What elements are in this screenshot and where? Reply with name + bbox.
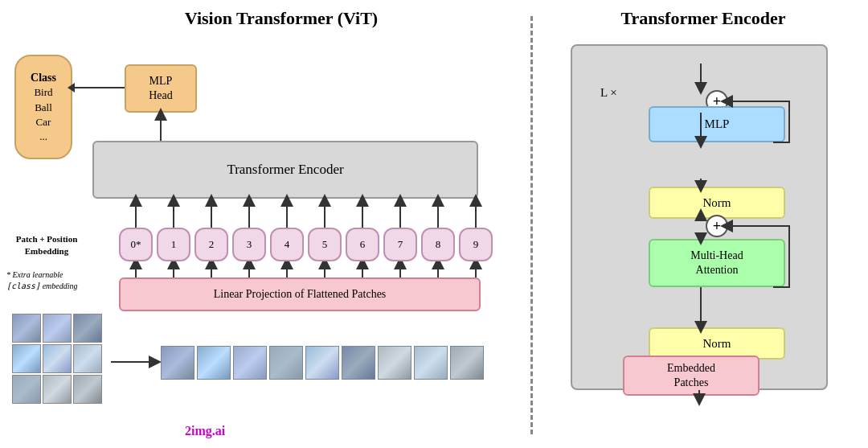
transformer-encoder-box: Transformer Encoder bbox=[92, 141, 478, 199]
class-item-bird: Bird bbox=[34, 85, 52, 100]
te-norm2-box: Norm bbox=[649, 327, 785, 360]
divider bbox=[530, 16, 533, 434]
mlp-head-label: MLPHead bbox=[149, 74, 173, 103]
flat-patch-9 bbox=[450, 346, 484, 380]
flat-patch-4 bbox=[269, 346, 303, 380]
embed-patch-4: 4 bbox=[270, 228, 304, 261]
flat-patch-3 bbox=[233, 346, 267, 380]
mlp-head-box: MLPHead bbox=[125, 64, 197, 113]
class-item-car: Car bbox=[36, 115, 51, 129]
te-norm1-label: Norm bbox=[703, 196, 731, 210]
extra-learnable-note: * Extra learnable[class] embedding bbox=[6, 269, 78, 292]
embed-patch-0: 0* bbox=[119, 228, 153, 261]
flat-patch-7 bbox=[378, 346, 411, 380]
embed-patch-7: 7 bbox=[383, 228, 417, 261]
source-patch-9 bbox=[73, 375, 102, 404]
embed-patch-6: 6 bbox=[346, 228, 379, 261]
embed-patch-1: 1 bbox=[157, 228, 190, 261]
class-label: Class bbox=[31, 70, 56, 86]
flat-patch-2 bbox=[197, 346, 231, 380]
plus-symbol-mid: + bbox=[713, 218, 721, 235]
class-box: Class Bird Ball Car ... bbox=[14, 55, 72, 159]
te-title: Transformer Encoder bbox=[547, 8, 860, 29]
lx-label: L × bbox=[600, 86, 617, 100]
embedded-patches-box: EmbeddedPatches bbox=[623, 356, 760, 396]
flat-patch-5 bbox=[305, 346, 339, 380]
source-patch-2 bbox=[43, 314, 72, 343]
image-patches-grid bbox=[12, 314, 108, 406]
embed-patch-8: 8 bbox=[421, 228, 455, 261]
transformer-encoder-label: Transformer Encoder bbox=[227, 162, 343, 178]
source-patch-7 bbox=[12, 375, 41, 404]
embeddings-row: 0* 1 2 3 4 5 6 7 8 9 bbox=[119, 228, 493, 261]
te-outer-box: L × + MLP Norm + Multi-HeadAttention bbox=[571, 44, 828, 390]
te-section: Transformer Encoder L × + MLP Norm + bbox=[547, 8, 860, 442]
flat-patches-row bbox=[161, 346, 484, 380]
source-patch-3 bbox=[73, 314, 102, 343]
te-norm1-box: Norm bbox=[649, 187, 785, 219]
vit-title: Vision Transformer (ViT) bbox=[72, 8, 490, 29]
plus-circle-mid: + bbox=[706, 215, 728, 237]
embed-patch-2: 2 bbox=[194, 228, 228, 261]
linear-proj-box: Linear Projection of Flattened Patches bbox=[119, 277, 481, 311]
class-item-dots: ... bbox=[39, 129, 47, 144]
patch-position-label: Patch + PositionEmbedding bbox=[6, 233, 87, 258]
te-mha-label: Multi-HeadAttention bbox=[690, 249, 743, 277]
embed-patch-9: 9 bbox=[459, 228, 493, 261]
te-mlp-label: MLP bbox=[705, 117, 730, 131]
embed-patch-3: 3 bbox=[232, 228, 266, 261]
arrow-mlp-to-class bbox=[74, 87, 125, 88]
te-norm2-label: Norm bbox=[703, 337, 731, 351]
flat-patch-6 bbox=[342, 346, 375, 380]
class-item-ball: Ball bbox=[35, 101, 52, 115]
source-patch-5 bbox=[43, 344, 72, 373]
te-mlp-box: MLP bbox=[649, 106, 785, 142]
linear-proj-label: Linear Projection of Flattened Patches bbox=[214, 288, 387, 301]
vit-section: Vision Transformer (ViT) Class Bird Ball… bbox=[0, 0, 498, 448]
source-patch-8 bbox=[43, 375, 72, 404]
watermark: 2img.ai bbox=[185, 424, 225, 438]
flat-patch-8 bbox=[414, 346, 448, 380]
source-patch-6 bbox=[73, 344, 102, 373]
source-patch-4 bbox=[12, 344, 41, 373]
te-mha-box: Multi-HeadAttention bbox=[649, 239, 785, 287]
embedded-patches-label: EmbeddedPatches bbox=[667, 361, 715, 390]
source-patch-1 bbox=[12, 314, 41, 343]
flat-patch-1 bbox=[161, 346, 194, 380]
embed-patch-5: 5 bbox=[308, 228, 342, 261]
main-container: Vision Transformer (ViT) Class Bird Ball… bbox=[0, 0, 868, 448]
